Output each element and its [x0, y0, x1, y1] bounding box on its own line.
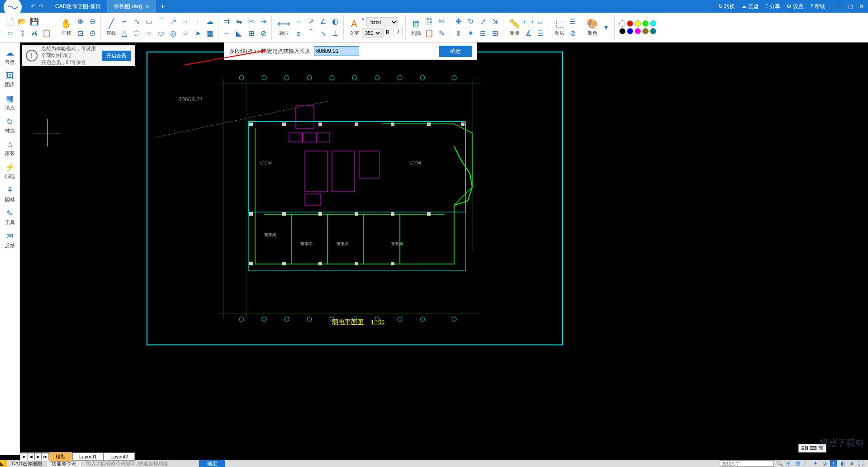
fillet-icon[interactable]: ⌐	[221, 28, 232, 39]
tab-first-icon[interactable]: ⏮	[20, 453, 27, 460]
color-swatch[interactable]	[635, 28, 641, 34]
dist-icon[interactable]: ⟷	[523, 16, 534, 27]
color-swatch[interactable]	[650, 20, 656, 27]
osnap-icon[interactable]: ◎	[821, 460, 828, 467]
group-icon[interactable]: ⊟	[477, 28, 488, 39]
text-tool[interactable]: A文字	[346, 18, 362, 38]
ray-icon[interactable]: ↗	[168, 16, 179, 27]
hatch-tool-icon[interactable]: ▦	[204, 28, 215, 39]
color-swatch[interactable]	[642, 20, 649, 27]
layout-tab-1[interactable]: Layout1	[72, 453, 104, 461]
upgrade-button[interactable]: 开启会员	[102, 51, 131, 61]
color-swatch[interactable]	[650, 28, 656, 34]
offset-icon[interactable]: ⇉	[221, 16, 232, 27]
mirror-icon[interactable]: ⇋	[233, 16, 244, 27]
close-window-icon[interactable]: ✕	[859, 3, 864, 10]
triangle-icon[interactable]: △	[119, 28, 130, 39]
layer-manager-icon[interactable]: ☰	[567, 16, 578, 27]
sidebar-item-工具[interactable]: ✎工具	[0, 206, 19, 229]
save-file-icon[interactable]: 💾	[29, 16, 40, 27]
fullscreen-icon[interactable]: ⛶	[857, 460, 864, 467]
layer-tool[interactable]: ⬚图层	[552, 17, 567, 38]
layer-off-icon[interactable]: ⊘	[567, 28, 578, 39]
leader-icon[interactable]: ↘	[318, 28, 328, 39]
dim-radius-icon[interactable]: ◐	[330, 16, 341, 27]
sidebar-item-填充[interactable]: ▦填充	[0, 91, 19, 114]
sidebar-item-转换[interactable]: ↻转换	[0, 114, 19, 137]
chamfer-icon[interactable]: ◣	[233, 28, 244, 39]
command-hint[interactable]: 输入功能或命令关键词, 快速查找功能	[81, 460, 199, 467]
extend-icon[interactable]: ⇥	[258, 16, 269, 27]
scale-icon[interactable]: ⤢	[477, 16, 488, 27]
sidebar-item-云盘[interactable]: ☁云盘	[0, 45, 19, 68]
circle-icon[interactable]: ○	[143, 28, 154, 39]
add-tab-button[interactable]: +	[156, 0, 169, 13]
donut-icon[interactable]: ◎	[168, 28, 179, 39]
delete-tool[interactable]: 🗑删除	[408, 18, 424, 38]
arc-icon[interactable]: ⌒	[156, 16, 166, 27]
rectangle-icon[interactable]: ▭	[143, 16, 154, 27]
color-swatch[interactable]	[627, 20, 633, 27]
italic-button[interactable]: I	[394, 28, 403, 37]
open-file-icon[interactable]: 📂	[17, 16, 28, 27]
revcloud-icon[interactable]: ☁	[204, 16, 215, 27]
polygon-icon[interactable]: ⬡	[131, 28, 142, 39]
spline-icon[interactable]: ∿	[131, 16, 142, 27]
zoom-out-icon[interactable]: ⊖	[87, 16, 98, 27]
share-button[interactable]: ⤴分享	[765, 3, 780, 10]
color-swatch[interactable]	[635, 20, 641, 27]
ortho-icon[interactable]: ∟	[803, 460, 810, 467]
measure-tool[interactable]: 📏测量	[506, 17, 523, 38]
line-tool[interactable]: ╱直线	[104, 17, 119, 38]
undo-arrow-icon[interactable]: ↶	[31, 3, 35, 9]
explode-icon[interactable]: ✦	[465, 28, 476, 39]
tab-last-icon[interactable]: ⏭	[42, 453, 49, 460]
align-icon[interactable]: ⫴	[453, 28, 464, 39]
ellipse-icon[interactable]: ⬭	[156, 28, 166, 39]
trim-icon[interactable]: ✂	[246, 16, 256, 27]
rotate-icon[interactable]: ↻	[465, 16, 476, 27]
redo-arrow-icon[interactable]: ↷	[39, 3, 43, 9]
layout-tab-model[interactable]: 模型	[49, 452, 72, 462]
tab-example-dwg[interactable]: 示例图.dwg ×	[108, 0, 156, 13]
dim-arc-icon[interactable]: ⌒	[305, 28, 316, 39]
copy-icon[interactable]: ⿻	[424, 16, 435, 27]
search-icon[interactable]: 🔍	[776, 460, 783, 467]
block-icon[interactable]: ⊞	[489, 28, 500, 39]
tab-home[interactable]: CAD迷你画图-首页	[49, 0, 108, 13]
export-icon[interactable]: ⇪	[17, 28, 28, 39]
command-confirm-button[interactable]: 确定	[439, 46, 472, 57]
array-icon[interactable]: ⊞	[246, 28, 256, 39]
tab-prev-icon[interactable]: ◀	[27, 453, 34, 460]
list-icon[interactable]: ☰	[535, 28, 546, 39]
tab-next-icon[interactable]: ▶	[34, 453, 42, 460]
font-size-select[interactable]: 350	[362, 28, 382, 38]
close-icon[interactable]: ×	[146, 3, 149, 10]
drawing-canvas[interactable]: 60609.21	[20, 42, 868, 455]
status-confirm-button[interactable]: 确定	[199, 460, 225, 467]
maximize-icon[interactable]: ◻	[848, 3, 854, 10]
dim-aligned-icon[interactable]: ↗	[305, 16, 316, 27]
minimize-icon[interactable]: ―	[836, 3, 843, 10]
crosshair-icon[interactable]: +	[830, 460, 837, 467]
convert-button[interactable]: ↻转换	[718, 3, 735, 10]
color-swatch[interactable]	[627, 28, 633, 34]
sidebar-item-反馈[interactable]: ✉反馈	[0, 229, 19, 252]
sidebar-item-园林[interactable]: ⚘园林	[0, 183, 19, 206]
zoom-in-icon[interactable]: ⊕	[75, 16, 85, 27]
pan-tool[interactable]: ✋平移	[58, 17, 75, 38]
color-swatch[interactable]	[619, 28, 626, 34]
settings-button[interactable]: ⚙设置	[787, 3, 804, 10]
find-text-input[interactable]	[720, 460, 774, 467]
xline-icon[interactable]: ↔	[180, 16, 191, 27]
sidebar-item-弱电[interactable]: ⚡弱电	[0, 160, 19, 183]
lineweight-icon[interactable]: ≡	[848, 460, 855, 467]
bold-button[interactable]: B	[383, 28, 392, 37]
color-swatch[interactable]	[619, 20, 626, 27]
polyline-icon[interactable]: ⌐	[119, 16, 130, 27]
zoom-window-icon[interactable]: ⊡	[75, 28, 85, 39]
arrow-icon[interactable]: ➤	[192, 28, 203, 39]
snap-icon[interactable]: ⊞	[785, 460, 792, 467]
print-icon[interactable]: 🖨	[29, 28, 40, 39]
move-icon[interactable]: ✥	[453, 16, 464, 27]
